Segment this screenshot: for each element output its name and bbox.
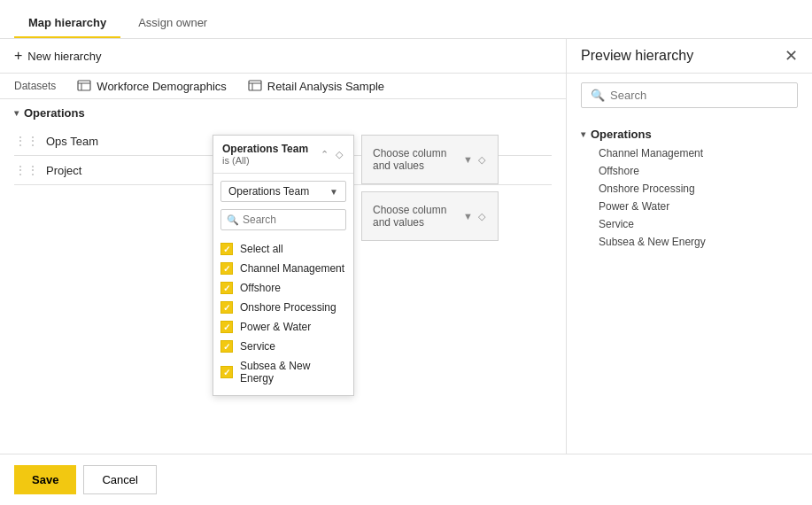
list-item: Onshore Processing bbox=[599, 180, 798, 198]
main-content: + New hierarchy Datasets Workforce Demog… bbox=[0, 39, 812, 454]
choose-column-1[interactable]: Choose column and values ▼ ◇ bbox=[361, 135, 499, 184]
checkbox-offshore: ✓ bbox=[220, 282, 233, 294]
preview-group-header[interactable]: ▾ Operations bbox=[581, 124, 798, 144]
filter-option-label: Select all bbox=[240, 243, 283, 255]
filter-option-label: Offshore bbox=[240, 282, 281, 294]
tab-assign-owner[interactable]: Assign owner bbox=[124, 7, 221, 38]
preview-group-label: Operations bbox=[591, 128, 652, 141]
filter-option-channel[interactable]: ✓ Channel Management bbox=[220, 259, 346, 278]
hierarchies-section: ▾ Operations ⋮⋮ Ops Team ⋮⋮ Project bbox=[0, 99, 566, 454]
list-item: Service bbox=[599, 215, 798, 233]
filter-collapse-button[interactable]: ⌃ bbox=[319, 149, 330, 160]
checkbox-select-all: ✓ bbox=[220, 243, 233, 255]
cancel-button[interactable]: Cancel bbox=[83, 465, 156, 494]
choose-col-2-text: Choose column and values bbox=[373, 204, 446, 229]
chevron-down-icon: ▾ bbox=[14, 108, 19, 118]
filter-option-label: Service bbox=[240, 340, 275, 353]
dataset-icon-workforce bbox=[77, 79, 91, 93]
filter-option-label: Subsea & New Energy bbox=[240, 360, 346, 385]
filter-overlay: Operations Team is (All) ⌃ ◇ Operations … bbox=[213, 135, 499, 396]
operations-group-header[interactable]: ▾ Operations bbox=[0, 99, 566, 127]
drag-handle-icon[interactable]: ⋮⋮ bbox=[14, 163, 39, 177]
choose-col-2-actions: ▼ ◇ bbox=[461, 211, 487, 222]
choose-col-2-line1: Choose column bbox=[373, 204, 446, 216]
choose-col-1-expand-button[interactable]: ▼ bbox=[461, 154, 475, 166]
filter-search-input[interactable] bbox=[243, 214, 340, 226]
svg-rect-0 bbox=[78, 81, 90, 90]
new-hierarchy-bar: + New hierarchy bbox=[0, 39, 566, 74]
filter-box: Operations Team is (All) ⌃ ◇ Operations … bbox=[213, 135, 354, 396]
choose-col-1-line2: and values bbox=[373, 159, 446, 172]
dataset-icon-retail bbox=[248, 79, 262, 93]
tabs-bar: Map hierarchy Assign owner bbox=[0, 0, 812, 39]
filter-dropdown[interactable]: Operations Team ▼ bbox=[220, 181, 346, 202]
list-item: Offshore bbox=[599, 162, 798, 180]
choose-col-1-actions: ▼ ◇ bbox=[461, 154, 487, 166]
checkbox-channel: ✓ bbox=[220, 262, 233, 275]
checkbox-power: ✓ bbox=[220, 321, 233, 333]
list-item: Subsea & New Energy bbox=[599, 233, 798, 251]
new-hierarchy-button[interactable]: + New hierarchy bbox=[14, 48, 101, 64]
filter-box-title-area: Operations Team is (All) bbox=[222, 143, 308, 166]
choose-col-1-text: Choose column and values bbox=[373, 147, 446, 172]
chevron-down-icon: ▼ bbox=[329, 187, 338, 197]
list-item: Channel Management bbox=[599, 144, 798, 162]
choose-col-2-expand-button[interactable]: ▼ bbox=[461, 211, 475, 222]
preview-hierarchy-title: Preview hierarchy bbox=[581, 48, 693, 64]
preview-group-operations: ▾ Operations Channel Management Offshore… bbox=[581, 124, 798, 251]
choose-column-area: Choose column and values ▼ ◇ Choose colu… bbox=[361, 135, 499, 396]
filter-option-select-all[interactable]: ✓ Select all bbox=[220, 239, 346, 259]
svg-rect-3 bbox=[249, 81, 261, 90]
drag-handle-icon[interactable]: ⋮⋮ bbox=[14, 134, 39, 148]
filter-box-title: Operations Team bbox=[222, 143, 308, 155]
filter-search: 🔍 bbox=[220, 209, 346, 230]
choose-col-2-line2: and values bbox=[373, 216, 446, 229]
dataset-retail-label: Retail Analysis Sample bbox=[267, 80, 384, 93]
search-icon: 🔍 bbox=[227, 214, 239, 226]
preview-search-input[interactable] bbox=[610, 89, 788, 102]
filter-box-subtitle: is (All) bbox=[222, 155, 308, 166]
right-panel: Preview hierarchy ✕ 🔍 ▾ Operations Chann… bbox=[567, 39, 812, 454]
filter-dropdown-value: Operations Team bbox=[228, 185, 309, 198]
plus-icon: + bbox=[14, 48, 22, 64]
preview-tree: ▾ Operations Channel Management Offshore… bbox=[567, 117, 812, 454]
filter-option-label: Onshore Processing bbox=[240, 301, 336, 314]
dataset-workforce-label: Workforce Demographics bbox=[97, 80, 226, 93]
filter-option-label: Power & Water bbox=[240, 321, 311, 333]
list-item: Power & Water bbox=[599, 198, 798, 215]
filter-option-service[interactable]: ✓ Service bbox=[220, 337, 346, 356]
choose-col-1-remove-button[interactable]: ◇ bbox=[476, 154, 487, 166]
filter-remove-button[interactable]: ◇ bbox=[334, 149, 344, 160]
filter-option-label: Channel Management bbox=[240, 262, 344, 275]
preview-items: Channel Management Offshore Onshore Proc… bbox=[581, 144, 798, 251]
close-button[interactable]: ✕ bbox=[785, 48, 798, 64]
datasets-label: Datasets bbox=[14, 80, 56, 92]
filter-option-onshore[interactable]: ✓ Onshore Processing bbox=[220, 298, 346, 317]
checkbox-subsea: ✓ bbox=[220, 366, 233, 378]
filter-option-power[interactable]: ✓ Power & Water bbox=[220, 317, 346, 337]
filter-option-offshore[interactable]: ✓ Offshore bbox=[220, 278, 346, 298]
right-panel-header: Preview hierarchy ✕ bbox=[567, 39, 812, 74]
footer: Save Cancel bbox=[0, 454, 812, 505]
dataset-item-workforce: Workforce Demographics bbox=[77, 79, 226, 93]
right-search-bar: 🔍 bbox=[581, 82, 798, 108]
save-button[interactable]: Save bbox=[14, 465, 76, 494]
filter-box-header: Operations Team is (All) ⌃ ◇ bbox=[213, 136, 353, 174]
choose-col-1-line1: Choose column bbox=[373, 147, 446, 159]
filter-options: ✓ Select all ✓ Channel Management ✓ Offs… bbox=[213, 236, 353, 395]
operations-group-label: Operations bbox=[24, 106, 85, 120]
choose-column-2[interactable]: Choose column and values ▼ ◇ bbox=[361, 191, 499, 241]
chevron-down-icon: ▾ bbox=[581, 129, 585, 139]
filter-box-actions: ⌃ ◇ bbox=[319, 149, 344, 160]
dataset-item-retail: Retail Analysis Sample bbox=[248, 79, 384, 93]
filter-option-subsea[interactable]: ✓ Subsea & New Energy bbox=[220, 356, 346, 388]
tab-map-hierarchy[interactable]: Map hierarchy bbox=[14, 7, 120, 38]
new-hierarchy-label: New hierarchy bbox=[27, 50, 101, 63]
checkbox-service: ✓ bbox=[220, 340, 233, 353]
dataset-row: Datasets Workforce Demographics Retail A… bbox=[0, 74, 566, 99]
checkbox-onshore: ✓ bbox=[220, 301, 233, 314]
dataset-items: Workforce Demographics Retail Analysis S… bbox=[77, 79, 384, 93]
choose-col-2-remove-button[interactable]: ◇ bbox=[476, 211, 487, 222]
search-icon: 🔍 bbox=[591, 89, 605, 102]
left-panel: + New hierarchy Datasets Workforce Demog… bbox=[0, 39, 567, 454]
